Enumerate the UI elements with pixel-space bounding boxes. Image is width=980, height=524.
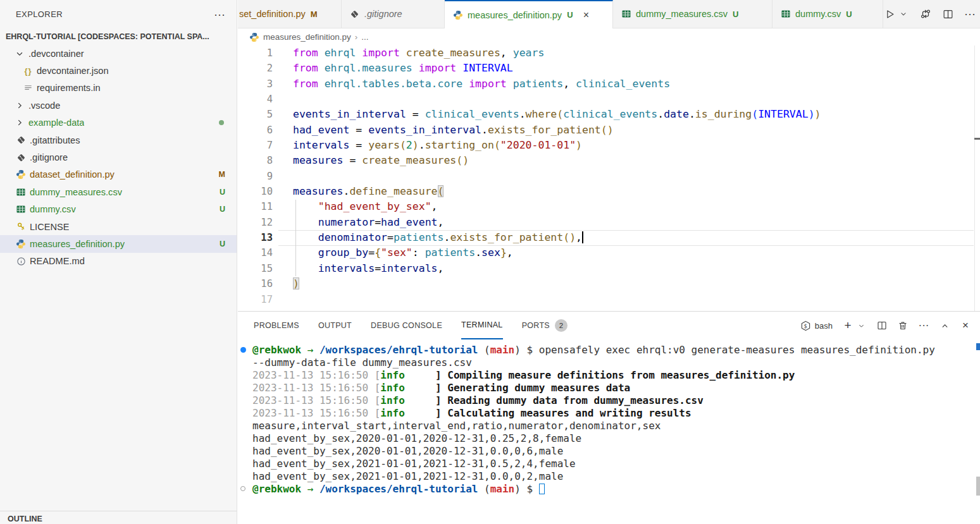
code-line-10[interactable]: 10measures.define_measure( [238,184,980,199]
breadcrumb-file[interactable]: measures_definition.py [263,32,351,42]
code-line-17[interactable]: 17 [238,292,980,307]
tree-item-readme-md[interactable]: README.md [0,253,237,270]
python-icon [15,238,27,249]
code-line-4[interactable]: 4 [238,92,980,107]
code-line-14[interactable]: 14 group_by={"sex": patients.sex}, [238,245,980,260]
code-token: = [349,139,368,151]
line-number[interactable]: 5 [238,107,273,122]
tree-item-devcontainer-json[interactable]: { }devcontainer.json [0,62,237,79]
code-editor[interactable]: 1from ehrql import create_measures, year… [238,46,980,311]
line-number[interactable]: 13 [238,230,273,245]
tab-gitignore[interactable]: .gitignore [342,0,445,28]
maximize-panel-icon[interactable] [939,319,950,332]
tree-item-measures-definition-py[interactable]: measures_definition.pyU [0,235,237,252]
panel-tab-problems[interactable]: PROBLEMS [254,312,299,339]
code-line-2[interactable]: 2from ehrql.measures import INTERVAL [238,61,980,76]
terminal-text: ] [405,382,447,394]
code-line-7[interactable]: 7intervals = years(2).starting_on("2020-… [238,138,980,153]
code-line-13[interactable]: 13 denominator=patients.exists_for_patie… [238,230,980,245]
tree-item-dataset-definition-py[interactable]: dataset_definition.pyM [0,166,237,183]
terminal-scrollbar[interactable] [976,477,980,496]
code-line-12[interactable]: 12 numerator=had_event, [238,215,980,230]
code-token: } [500,247,507,259]
tree-item-vscode[interactable]: .vscode [0,97,237,114]
panel-tab-output[interactable]: OUTPUT [318,312,352,339]
command-decoration-circle[interactable] [240,486,245,491]
explorer-more-actions-icon[interactable]: ··· [214,11,225,18]
line-number[interactable]: 6 [238,123,273,138]
new-terminal-button[interactable]: + [842,319,853,332]
breadcrumb-symbol[interactable]: ... [361,32,368,42]
code-line-1[interactable]: 1from ehrql import create_measures, year… [238,46,980,61]
tree-item-example-data[interactable]: example-data [0,114,237,131]
outline-section-header[interactable]: OUTLINE [0,511,237,524]
tree-item-dummy-csv[interactable]: dummy.csvU [0,201,237,218]
line-number[interactable]: 17 [238,292,273,307]
open-changes-icon[interactable] [919,8,932,20]
code-line-15[interactable]: 15 intervals=intervals, [238,261,980,276]
split-editor-icon[interactable] [941,8,954,20]
tree-item-dummy-measures-csv[interactable]: dummy_measures.csvU [0,183,237,200]
workspace-section-header[interactable]: EHRQL-TUTORIAL [CODESPACES: POTENTIAL SP… [0,28,237,45]
split-terminal-icon[interactable] [876,319,888,332]
line-number[interactable]: 7 [238,138,273,153]
chevron-right-icon [14,118,25,128]
more-actions-icon[interactable]: ··· [964,8,976,20]
command-decoration-dot[interactable] [240,347,246,353]
tree-item-gitignore[interactable]: .gitignore [0,149,237,166]
line-number[interactable]: 8 [238,153,273,168]
editor-actions: ··· [883,0,980,28]
panel-tab-ports[interactable]: PORTS2 [522,312,568,339]
code-token: , [563,78,576,90]
tab-label: dummy_measures.csv [636,9,728,19]
line-number[interactable]: 14 [238,245,273,260]
code-line-8[interactable]: 8measures = create_measures() [238,153,980,168]
terminal[interactable]: @rebkwok → /workspaces/ehrql-tutorial (m… [238,339,980,524]
kill-terminal-icon[interactable] [897,319,909,332]
terminal-text: ( [478,344,490,356]
code-line-5[interactable]: 5events_in_interval = clinical_events.wh… [238,107,980,122]
line-number[interactable]: 9 [238,169,273,184]
shell-selector[interactable]: $ bash [800,320,833,331]
code-line-9[interactable]: 9 [238,169,980,184]
terminal-text: ] [405,369,447,381]
code-line-3[interactable]: 3from ehrql.tables.beta.core import pati… [238,76,980,92]
panel-tab-debug-console[interactable]: DEBUG CONSOLE [371,312,442,339]
line-number[interactable]: 1 [238,46,273,61]
tree-item-gitattributes[interactable]: .gitattributes [0,131,237,149]
tab-measures-definition-py[interactable]: measures_definition.pyU× [445,0,613,28]
tree-item-devcontainer[interactable]: .devcontainer [0,45,237,62]
code-line-11[interactable]: 11 "had_event_by_sex", [238,199,980,214]
line-number[interactable]: 12 [238,215,273,230]
run-dropdown-icon[interactable] [897,8,910,20]
panel-more-actions-icon[interactable]: ··· [918,319,929,332]
line-number[interactable]: 3 [238,76,273,92]
line-number[interactable]: 10 [238,184,273,199]
tree-item-requirements-in[interactable]: requirements.in [0,80,237,97]
line-number[interactable]: 11 [238,199,273,214]
terminal-text: info [380,369,405,381]
code-token: clinical_events [563,108,657,120]
terminal-line: 2023-11-13 15:16:50 [info ] Compiling me… [238,369,980,382]
code-token: = [343,154,362,166]
code-token: intervals [381,262,437,274]
panel-tab-terminal[interactable]: TERMINAL [461,312,503,339]
line-number[interactable]: 4 [238,92,273,107]
close-panel-icon[interactable]: × [960,319,971,332]
line-number[interactable]: 15 [238,261,273,276]
terminal-dropdown-icon[interactable] [855,319,867,332]
line-number[interactable]: 2 [238,61,273,76]
tree-item-license[interactable]: LICENSE [0,218,237,235]
code-token: ( [557,108,563,120]
terminal-line: 2023-11-13 15:16:50 [info ] Generating d… [238,382,980,394]
tab-dummy-csv[interactable]: dummy.csvU [772,0,883,28]
terminal-text: info [380,407,405,419]
code-line-16[interactable]: 16) [238,276,980,291]
tab-set-definition-py[interactable]: set_definition.pyM [238,0,342,28]
close-tab-icon[interactable]: × [581,9,592,21]
run-python-file-button[interactable] [883,8,896,20]
code-line-6[interactable]: 6had_event = events_in_interval.exists_f… [238,123,980,138]
tab-dummy-measures-csv[interactable]: dummy_measures.csvU [613,0,772,28]
line-number[interactable]: 16 [238,276,273,291]
terminal-text: ( [478,483,490,495]
